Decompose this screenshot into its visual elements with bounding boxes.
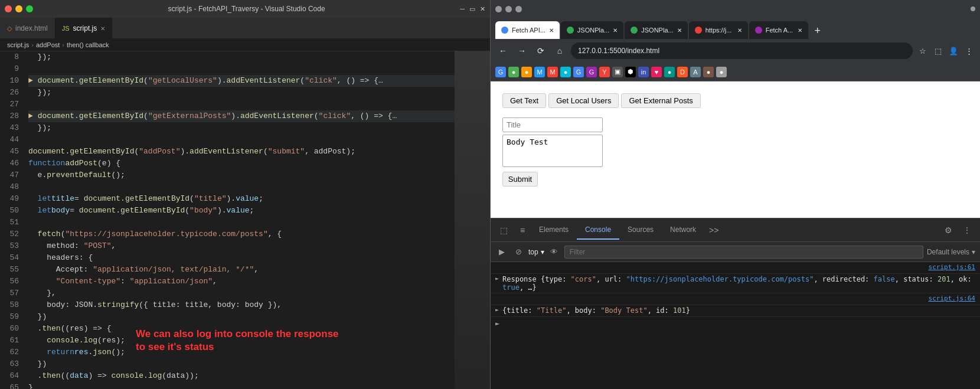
code-line-8: }); [28, 51, 455, 63]
bookmark-14[interactable]: ● [664, 67, 675, 77]
browser-tab-close-4[interactable]: ✕ [798, 27, 802, 34]
bookmark-7[interactable]: G [573, 67, 584, 77]
breadcrumb-sep-2: › [62, 41, 64, 48]
browser-tab-close-0[interactable]: ✕ [549, 27, 554, 34]
devtools-tab-elements[interactable]: Elements [531, 221, 577, 240]
breadcrumb-file[interactable]: script.js [7, 41, 29, 48]
console-levels-label: Default levels [927, 248, 969, 256]
bookmark-9[interactable]: Y [599, 67, 610, 77]
get-text-button[interactable]: Get Text [502, 93, 546, 108]
browser-tab-label-0: Fetch API... [512, 27, 545, 34]
bookmark-11[interactable]: ⬢ [625, 67, 636, 77]
browser-tab-json-1[interactable]: JSONPla... ✕ [561, 21, 623, 39]
bookmark-10[interactable]: ▣ [612, 67, 623, 77]
tab-close-button[interactable]: ✕ [100, 25, 105, 32]
line-num-57: 57 [0, 287, 19, 299]
line-num-59: 59 [0, 311, 19, 323]
submit-button[interactable]: Submit [502, 172, 538, 187]
browser-tab-favicon-1 [567, 27, 574, 34]
devtools-settings-icon[interactable]: ⚙ [940, 222, 956, 238]
eye-icon[interactable]: 👁 [548, 246, 561, 259]
browser-tab-close-3[interactable]: ✕ [737, 27, 742, 34]
devtools-tab-network[interactable]: Network [662, 221, 704, 240]
devtools-tab-console[interactable]: Console [577, 221, 619, 240]
tab-index-html[interactable]: ◇ index.html [0, 18, 55, 38]
expand-icon-response[interactable]: ► [495, 275, 502, 282]
browser-maximize[interactable] [505, 6, 512, 12]
bookmark-3[interactable]: ● [521, 67, 532, 77]
browser-dots [971, 6, 975, 11]
line-num-58: 58 [0, 299, 19, 311]
window-control-buttons: ─ ▭ ✕ [460, 5, 485, 13]
bookmark-google[interactable]: G [495, 67, 506, 77]
console-location-61[interactable]: script.js:61 [929, 263, 975, 271]
browser-tab-fetch-api[interactable]: Fetch API... ✕ [495, 21, 560, 39]
body-textarea[interactable]: Body Test [502, 135, 603, 167]
address-bar-input[interactable] [571, 43, 913, 59]
bookmark-2[interactable]: ● [508, 67, 519, 77]
line-num-60: 60 [0, 323, 19, 335]
minimize-dot[interactable] [15, 5, 22, 12]
browser-close[interactable] [515, 6, 522, 12]
bookmark-6[interactable]: ● [560, 67, 571, 77]
maximize-dot[interactable] [26, 5, 33, 12]
back-button[interactable]: ← [495, 43, 511, 58]
browser-tab-label-2: JSONPla... [641, 27, 673, 34]
title-input[interactable] [502, 117, 603, 132]
home-button[interactable]: ⌂ [552, 43, 567, 58]
devtools-tab-more-button[interactable]: >> [704, 223, 723, 237]
bookmark-15[interactable]: D [677, 67, 688, 77]
console-block-icon[interactable]: ⊘ [512, 246, 525, 259]
console-drawer-icon[interactable]: ≡ [514, 222, 531, 238]
close-button[interactable]: ✕ [480, 5, 485, 13]
console-prompt-input[interactable] [502, 319, 975, 328]
bookmark-12[interactable]: in [638, 67, 649, 77]
line-num-47: 47 [0, 169, 19, 181]
account-icon[interactable]: 👤 [947, 44, 960, 57]
bookmark-8[interactable]: G [586, 67, 597, 77]
browser-tab-fetch-2[interactable]: Fetch A... ✕ [749, 21, 808, 39]
console-location-64[interactable]: script.js:64 [929, 295, 975, 302]
code-line-49: let title = document.getElementById("tit… [28, 193, 455, 205]
close-dot[interactable] [5, 5, 12, 12]
console-context-select[interactable]: top ▾ [528, 248, 544, 256]
code-editor[interactable]: 8 9 10 26 27 28 43 44 45 46 47 48 49 50 … [0, 51, 490, 389]
breadcrumb-fn[interactable]: addPost [36, 41, 60, 48]
devtools-more-icon[interactable]: ⋮ [959, 222, 975, 238]
browser-content: Get Text Get Local Users Get External Po… [491, 81, 980, 389]
bookmark-13[interactable]: ♥ [651, 67, 662, 77]
tab-script-js[interactable]: JS script.js ✕ [55, 18, 113, 38]
get-external-posts-button[interactable]: Get External Posts [621, 93, 700, 108]
bookmark-5[interactable]: M [547, 67, 558, 77]
bookmark-4[interactable]: M [534, 67, 545, 77]
console-filter-input[interactable] [564, 246, 923, 259]
bookmark-16[interactable]: A [690, 67, 701, 77]
minimize-button[interactable]: ─ [460, 5, 465, 13]
extensions-icon[interactable]: ⬚ [932, 44, 945, 57]
code-line-45: document.getElementById("addPost").addEv… [28, 146, 455, 158]
star-icon[interactable]: ☆ [916, 44, 929, 57]
get-local-users-button[interactable]: Get Local Users [548, 93, 619, 108]
browser-tab-close-1[interactable]: ✕ [613, 27, 618, 34]
code-line-60: .then((res) => { [28, 323, 455, 335]
browser-tab-https[interactable]: https://j... ✕ [689, 21, 748, 39]
inspector-icon[interactable]: ⬚ [495, 222, 512, 238]
browser-tab-json-2[interactable]: JSONPla... ✕ [625, 21, 687, 39]
reload-button[interactable]: ⟳ [533, 43, 548, 58]
forward-button[interactable]: → [514, 43, 530, 58]
bookmark-17[interactable]: ● [703, 67, 714, 77]
browser-tab-label-4: Fetch A... [766, 27, 794, 34]
console-levels-dropdown[interactable]: Default levels ▾ [927, 248, 975, 256]
expand-icon-object[interactable]: ► [495, 306, 502, 313]
console-run-icon[interactable]: ▶ [495, 246, 508, 259]
breadcrumb-callback[interactable]: then() callback [67, 41, 109, 48]
new-tab-button[interactable]: + [809, 22, 826, 39]
menu-icon[interactable]: ⋮ [962, 44, 975, 57]
restore-button[interactable]: ▭ [469, 5, 475, 13]
devtools-tab-sources[interactable]: Sources [619, 221, 662, 240]
chevron-down-icon: ▾ [541, 248, 544, 256]
browser-minimize[interactable] [495, 6, 502, 12]
line-num-48: 48 [0, 181, 19, 193]
browser-tab-close-2[interactable]: ✕ [677, 27, 682, 34]
bookmark-18[interactable]: ● [716, 67, 727, 77]
